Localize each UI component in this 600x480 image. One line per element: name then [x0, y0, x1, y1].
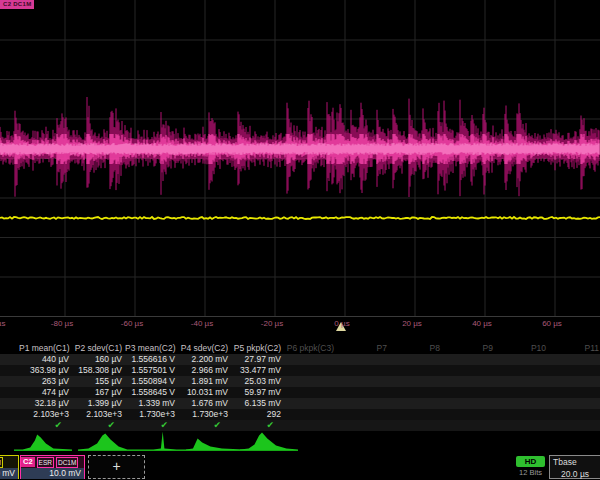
- histicon[interactable]: [240, 430, 298, 452]
- measure-cell: 1.676 mV: [178, 398, 231, 409]
- histicon[interactable]: [78, 430, 136, 452]
- bit-depth-label: 12 Bits: [512, 468, 549, 477]
- trace-annotation-badge[interactable]: C2 DC1M: [0, 0, 34, 9]
- measure-cell: 363.98 µV: [19, 365, 72, 376]
- measure-cell: 2.966 mV: [178, 365, 231, 376]
- histicon[interactable]: [14, 430, 72, 452]
- time-tick-label: -60 µs: [109, 319, 155, 328]
- measure-header[interactable]: P2 sdev(C1): [72, 343, 125, 354]
- measure-header[interactable]: P11: [549, 343, 600, 354]
- timebase-descriptor[interactable]: Tbase 20.0 µs: [549, 455, 600, 479]
- time-tick-label: 40 µs: [459, 319, 505, 328]
- time-tick-label: -80 µs: [39, 319, 85, 328]
- measure-cell: 160 µV: [72, 354, 125, 365]
- measure-cell: 33.477 mV: [231, 365, 284, 376]
- measure-cell: 292: [231, 409, 284, 420]
- add-trace-button[interactable]: +: [88, 455, 145, 479]
- measure-cell: 1.891 mV: [178, 376, 231, 387]
- time-tick-label: 60 µs: [529, 319, 575, 328]
- measure-cell: 1.339 mV: [125, 398, 178, 409]
- channel-descriptor-c2[interactable]: C2 ESR DC1M 10.0 mV: [20, 455, 85, 479]
- measure-cell: 2.103e+3: [72, 409, 125, 420]
- c1-volts-div: 0 mV: [0, 468, 18, 479]
- measure-cell: 1.556616 V: [125, 354, 178, 365]
- measure-cell: 1.399 µV: [72, 398, 125, 409]
- measure-header[interactable]: P9: [443, 343, 496, 354]
- time-tick-label: -20 µs: [249, 319, 295, 328]
- time-tick-label: 20 µs: [389, 319, 435, 328]
- waveform-c1: [0, 217, 600, 219]
- measure-header[interactable]: P8: [390, 343, 443, 354]
- measure-cell: 32.18 µV: [19, 398, 72, 409]
- histicon[interactable]: [186, 430, 244, 452]
- measure-cell: 158.308 µV: [72, 365, 125, 376]
- measure-cell: 2.103e+3: [19, 409, 72, 420]
- measure-cell: 6.135 mV: [231, 398, 284, 409]
- measure-cell: 263 µV: [19, 376, 72, 387]
- hd-mode-badge[interactable]: HD: [516, 456, 545, 467]
- measure-cell: 27.97 mV: [231, 354, 284, 365]
- measure-header[interactable]: P10: [496, 343, 549, 354]
- time-tick-label: -100 µs: [0, 319, 15, 328]
- time-tick-label: -40 µs: [179, 319, 225, 328]
- measure-cell: 440 µV: [19, 354, 72, 365]
- graticule: [0, 0, 600, 333]
- timebase-label: Tbase: [550, 456, 600, 467]
- measure-cell: 155 µV: [72, 376, 125, 387]
- measure-cell: 474 µV: [19, 387, 72, 398]
- measure-cell: 10.031 mV: [178, 387, 231, 398]
- measure-cell: 167 µV: [72, 387, 125, 398]
- measure-cell: 2.200 mV: [178, 354, 231, 365]
- c1-coupling: DC1M: [0, 457, 3, 468]
- c2-label: C2: [21, 457, 35, 467]
- waveform-c2: [0, 97, 599, 197]
- measure-header[interactable]: P7: [337, 343, 390, 354]
- measure-cell: 25.03 mV: [231, 376, 284, 387]
- measure-cell: 1.550894 V: [125, 376, 178, 387]
- measure-cell: 59.97 mV: [231, 387, 284, 398]
- c2-esr-badge: ESR: [37, 457, 54, 468]
- measure-header[interactable]: P1 mean(C1): [19, 343, 72, 354]
- measure-cell: 1.730e+3: [178, 409, 231, 420]
- measure-header[interactable]: P4 sdev(C2): [178, 343, 231, 354]
- oscilloscope-screen: C2 DC1M -100 µs-80 µs-60 µs-40 µs-20 µs0…: [0, 0, 600, 480]
- time-tick-label: 0 µs: [319, 319, 365, 328]
- measure-header[interactable]: P5 pkpk(C2): [231, 343, 284, 354]
- measure-cell: 1.557501 V: [125, 365, 178, 376]
- measure-cell: 1.558645 V: [125, 387, 178, 398]
- c2-coupling: DC1M: [56, 457, 78, 468]
- plus-icon: +: [112, 458, 120, 474]
- channel-descriptor-c1[interactable]: C1 DC1M 0 mV: [0, 455, 19, 479]
- measure-header[interactable]: P6 pkpk(C3): [284, 343, 337, 354]
- measure-cell: 1.730e+3: [125, 409, 178, 420]
- measure-header[interactable]: P3 mean(C2): [125, 343, 178, 354]
- c2-volts-div: 10.0 mV: [21, 468, 84, 479]
- timebase-value: 20.0 µs: [550, 467, 600, 479]
